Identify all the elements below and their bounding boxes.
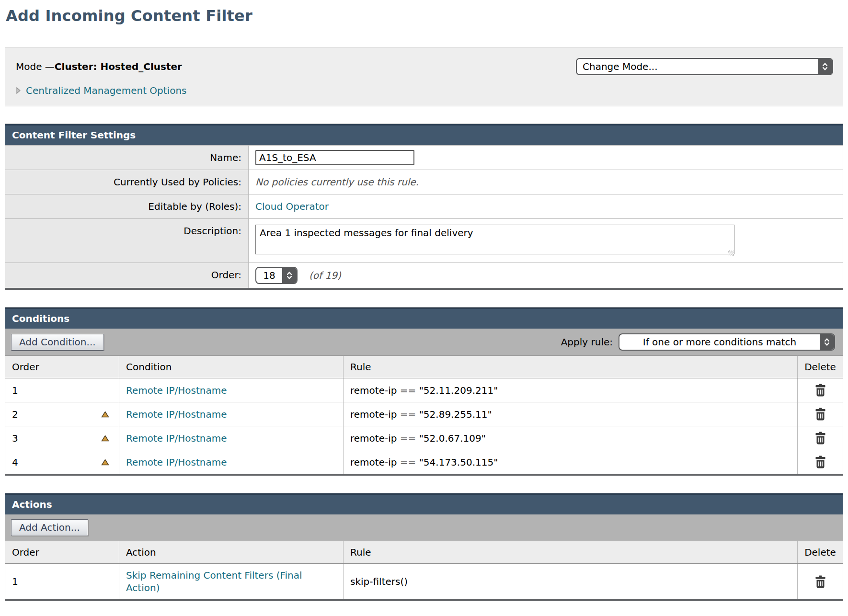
mode-label: Mode — xyxy=(16,61,55,72)
trash-icon xyxy=(815,432,826,445)
column-header-rule: Rule xyxy=(344,356,798,378)
delete-condition-button[interactable] xyxy=(815,432,826,445)
trash-icon xyxy=(815,575,826,588)
roles-row: Editable by (Roles): Cloud Operator xyxy=(5,194,843,218)
action-row: 1 Skip Remaining Content Filters (Final … xyxy=(5,564,843,599)
description-row: Description: Area 1 inspected messages f… xyxy=(5,218,843,262)
condition-rule: remote-ip == "52.0.67.109" xyxy=(344,426,798,450)
action-link[interactable]: Skip Remaining Content Filters (Final Ac… xyxy=(126,569,336,594)
condition-link[interactable]: Remote IP/Hostname xyxy=(126,409,227,420)
move-up-triangle-icon xyxy=(101,459,109,466)
order-select[interactable]: 18 xyxy=(255,267,298,284)
condition-link[interactable]: Remote IP/Hostname xyxy=(126,456,227,468)
select-spinner-icon xyxy=(820,334,834,350)
description-label: Description: xyxy=(5,219,249,262)
column-header-order: Order xyxy=(5,356,119,378)
trash-icon xyxy=(815,384,826,397)
add-condition-button[interactable]: Add Condition... xyxy=(11,334,104,351)
order-of-note: (of 19) xyxy=(309,270,341,281)
column-header-rule: Rule xyxy=(344,541,798,563)
move-up-button[interactable] xyxy=(98,435,112,442)
condition-order: 2 xyxy=(12,409,18,420)
content-filter-settings-panel: Content Filter Settings Name: Currently … xyxy=(5,124,843,290)
move-up-button[interactable] xyxy=(98,411,112,418)
trash-icon xyxy=(815,456,826,468)
delete-condition-button[interactable] xyxy=(815,456,826,468)
condition-row: 3 Remote IP/Hostname remote-ip == "52.0.… xyxy=(5,426,843,450)
add-action-button[interactable]: Add Action... xyxy=(11,519,88,536)
condition-row: 2 Remote IP/Hostname remote-ip == "52.89… xyxy=(5,402,843,426)
mode-box: Mode —Cluster: Hosted_Cluster Change Mod… xyxy=(5,47,843,106)
change-mode-select-value: Change Mode... xyxy=(577,59,818,74)
condition-order: 3 xyxy=(12,433,18,444)
move-up-button[interactable] xyxy=(98,459,112,466)
delete-condition-button[interactable] xyxy=(815,408,826,421)
actions-panel: Actions Add Action... Order Action Rule … xyxy=(5,493,843,601)
trash-icon xyxy=(815,408,826,421)
change-mode-select[interactable]: Change Mode... xyxy=(576,58,833,75)
action-rule: skip-filters() xyxy=(344,564,798,599)
conditions-panel: Conditions Add Condition... Apply rule: … xyxy=(5,307,843,476)
name-label: Name: xyxy=(5,146,249,170)
condition-rule: remote-ip == "52.11.209.211" xyxy=(344,378,798,402)
description-textarea[interactable]: Area 1 inspected messages for final deli… xyxy=(255,225,734,254)
policies-row: Currently Used by Policies: No policies … xyxy=(5,170,843,194)
select-spinner-icon xyxy=(282,268,297,283)
select-spinner-icon xyxy=(818,59,832,74)
order-row: Order: 18 (of 19) xyxy=(5,262,843,288)
condition-order: 4 xyxy=(12,456,18,468)
content-filter-settings-header: Content Filter Settings xyxy=(5,124,843,145)
action-order: 1 xyxy=(12,576,18,587)
actions-header: Actions xyxy=(5,493,843,514)
apply-rule-select-value: If one or more conditions match xyxy=(619,334,820,350)
condition-rule: remote-ip == "52.89.255.11" xyxy=(344,402,798,426)
condition-rule: remote-ip == "54.173.50.115" xyxy=(344,450,798,474)
column-header-action: Action xyxy=(119,541,344,563)
actions-toolbar: Add Action... xyxy=(5,514,843,541)
delete-action-button[interactable] xyxy=(815,575,826,588)
name-input[interactable] xyxy=(255,150,414,165)
policies-value: No policies currently use this rule. xyxy=(255,176,419,188)
name-row: Name: xyxy=(5,145,843,170)
condition-link[interactable]: Remote IP/Hostname xyxy=(126,385,227,396)
apply-rule-label: Apply rule: xyxy=(561,336,613,348)
conditions-header: Conditions xyxy=(5,308,843,329)
column-header-order: Order xyxy=(5,541,119,563)
page: Add Incoming Content Filter Mode —Cluste… xyxy=(0,0,848,616)
cloud-operator-link[interactable]: Cloud Operator xyxy=(255,201,329,212)
delete-condition-button[interactable] xyxy=(815,384,826,397)
order-select-value: 18 xyxy=(256,268,282,283)
conditions-toolbar: Add Condition... Apply rule: If one or m… xyxy=(5,329,843,356)
condition-row: 4 Remote IP/Hostname remote-ip == "54.17… xyxy=(5,450,843,474)
actions-table-header: Order Action Rule Delete xyxy=(5,541,843,564)
condition-order: 1 xyxy=(12,385,18,396)
condition-link[interactable]: Remote IP/Hostname xyxy=(126,433,227,444)
page-title: Add Incoming Content Filter xyxy=(6,7,843,25)
condition-row: 1 Remote IP/Hostname remote-ip == "52.11… xyxy=(5,378,843,402)
column-header-delete: Delete xyxy=(798,541,843,563)
move-up-triangle-icon xyxy=(101,435,109,442)
disclosure-triangle-icon xyxy=(16,87,21,94)
move-up-triangle-icon xyxy=(101,411,109,418)
policies-label: Currently Used by Policies: xyxy=(5,170,249,194)
cluster-name: Cluster: Hosted_Cluster xyxy=(55,61,182,72)
roles-label: Editable by (Roles): xyxy=(5,194,249,218)
order-label: Order: xyxy=(5,263,249,288)
conditions-table-header: Order Condition Rule Delete xyxy=(5,356,843,378)
centralized-management-options-link[interactable]: Centralized Management Options xyxy=(26,85,187,96)
column-header-condition: Condition xyxy=(119,356,344,378)
column-header-delete: Delete xyxy=(798,356,843,378)
apply-rule-select[interactable]: If one or more conditions match xyxy=(619,333,835,351)
textarea-resize-grip[interactable] xyxy=(728,251,734,256)
